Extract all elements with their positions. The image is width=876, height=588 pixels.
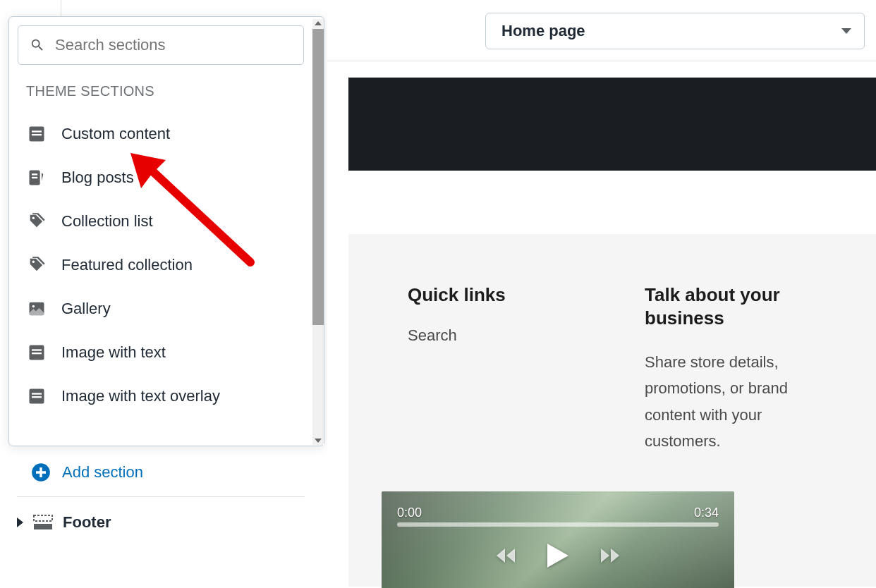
caret-right-icon (17, 517, 23, 527)
dropdown-scrollbar[interactable] (312, 19, 324, 445)
footer-label: Footer (63, 513, 111, 532)
svg-rect-12 (32, 353, 42, 354)
text-block-icon (26, 342, 47, 363)
tag-icon (26, 211, 47, 232)
section-label: Featured collection (61, 256, 193, 274)
svg-rect-4 (32, 173, 37, 175)
video-progress-bar[interactable] (397, 522, 719, 527)
svg-point-6 (32, 217, 35, 220)
page-selector[interactable]: Home page (485, 13, 865, 49)
svg-rect-15 (32, 396, 42, 398)
svg-rect-20 (34, 524, 52, 529)
section-collection-list[interactable]: Collection list (9, 200, 324, 243)
search-input[interactable] (55, 36, 292, 54)
tag-icon (26, 255, 47, 276)
section-gallery[interactable]: Gallery (9, 287, 324, 331)
video-player[interactable]: 0:00 0:34 (382, 491, 734, 588)
preview-area: Home page Quick links Search Talk about … (327, 0, 876, 588)
talk-desc: Share store details, promotions, or bran… (645, 349, 828, 455)
svg-point-7 (32, 261, 35, 264)
text-block-icon (26, 123, 47, 145)
image-icon (26, 298, 47, 319)
divider (17, 496, 305, 497)
svg-rect-1 (32, 130, 42, 132)
section-label: Gallery (61, 300, 111, 318)
sections-dropdown: THEME SECTIONS Custom content Blog posts… (8, 16, 324, 446)
theme-header-bar (348, 78, 876, 171)
svg-rect-5 (32, 177, 37, 178)
section-blog-posts[interactable]: Blog posts (9, 156, 324, 200)
add-section-button[interactable]: Add section (31, 463, 143, 482)
svg-rect-2 (32, 134, 42, 135)
section-label: Blog posts (61, 169, 134, 187)
play-icon[interactable] (546, 542, 570, 569)
quick-link-search[interactable]: Search (408, 326, 577, 345)
section-image-with-text[interactable]: Image with text (9, 331, 324, 374)
search-sections-box[interactable] (18, 25, 304, 65)
svg-rect-18 (39, 467, 42, 477)
footer-section-row[interactable]: Footer (17, 513, 111, 532)
section-featured-collection[interactable]: Featured collection (9, 243, 324, 287)
plus-circle-icon (31, 463, 51, 482)
add-section-label: Add section (62, 463, 143, 482)
rewind-icon[interactable] (495, 546, 516, 565)
section-label: Collection list (61, 212, 153, 231)
section-label: Image with text (61, 343, 166, 362)
svg-rect-19 (34, 515, 52, 521)
talk-title: Talk about your business (645, 283, 828, 329)
fast-forward-icon[interactable] (600, 546, 621, 565)
search-icon (30, 37, 45, 53)
page-selector-label: Home page (501, 22, 585, 40)
section-custom-content[interactable]: Custom content (9, 112, 324, 156)
caret-down-icon (841, 28, 851, 34)
quick-links-title: Quick links (408, 283, 577, 307)
video-current-time: 0:00 (397, 506, 422, 520)
svg-rect-11 (32, 349, 42, 350)
svg-rect-14 (32, 393, 42, 394)
text-block-icon (26, 386, 47, 407)
footer-icon (33, 515, 53, 530)
theme-sections-label: THEME SECTIONS (9, 73, 324, 112)
section-image-with-text-overlay[interactable]: Image with text overlay (9, 374, 324, 418)
section-label: Image with text overlay (61, 387, 220, 405)
svg-point-9 (32, 305, 35, 308)
blog-icon (26, 167, 47, 188)
video-duration: 0:34 (694, 506, 719, 520)
section-label: Custom content (61, 125, 170, 143)
